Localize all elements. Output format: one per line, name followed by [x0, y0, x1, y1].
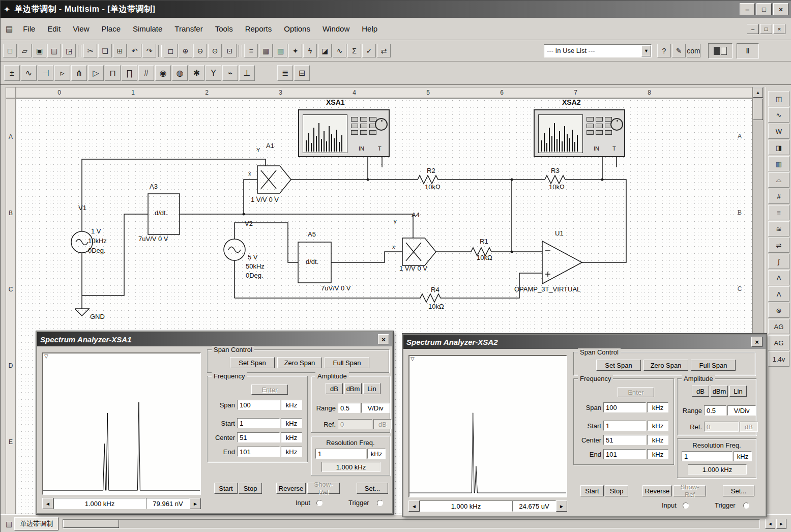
- new-icon[interactable]: □: [3, 44, 17, 57]
- span-input[interactable]: 100: [603, 402, 646, 412]
- analyses-icon[interactable]: ∿: [333, 44, 346, 57]
- lin-button[interactable]: Lin: [729, 386, 747, 397]
- grapher-icon[interactable]: ◪: [318, 44, 332, 57]
- close-button[interactable]: ×: [773, 3, 788, 15]
- frequency-counter-icon[interactable]: #: [768, 189, 789, 204]
- marker-right-button[interactable]: ►: [556, 500, 567, 512]
- component-wizard-icon[interactable]: ✦: [288, 44, 302, 57]
- undo-icon[interactable]: ↶: [128, 44, 141, 57]
- set-button[interactable]: Set...: [723, 485, 754, 496]
- place-misc-digital-icon[interactable]: #: [138, 65, 154, 81]
- full-span-button[interactable]: Full Span: [691, 360, 736, 371]
- menu-item[interactable]: Help: [356, 22, 384, 36]
- distortion-analyzer-icon[interactable]: Δ: [768, 270, 789, 285]
- start-input[interactable]: 1: [603, 421, 646, 431]
- com-icon[interactable]: com: [687, 44, 700, 57]
- end-input[interactable]: 101: [237, 447, 280, 457]
- menu-item[interactable]: Simulate: [127, 22, 168, 36]
- separator[interactable]: [239, 45, 242, 57]
- mdi-restore-button[interactable]: □: [760, 24, 772, 34]
- set-span-button[interactable]: Set Span: [596, 360, 641, 371]
- back-annotate-icon[interactable]: ⇄: [377, 44, 391, 57]
- zoom-out-icon[interactable]: ⊖: [193, 44, 207, 57]
- menu-item[interactable]: Reports: [239, 22, 278, 36]
- zoom-window-icon[interactable]: ◻: [164, 44, 178, 57]
- copy-icon[interactable]: ❏: [98, 44, 112, 57]
- menu-item[interactable]: View: [67, 22, 95, 36]
- ref-input[interactable]: 0: [704, 422, 739, 432]
- input-radio[interactable]: [316, 500, 323, 506]
- set-button[interactable]: Set...: [357, 483, 388, 494]
- oscilloscope-icon[interactable]: ◨: [768, 140, 789, 155]
- reverse-button[interactable]: Reverse: [276, 483, 306, 494]
- resolution-input[interactable]: 1: [682, 451, 733, 461]
- set-span-button[interactable]: Set Span: [230, 357, 275, 368]
- menu-item[interactable]: Window: [316, 22, 356, 36]
- paste-icon[interactable]: ⊞: [113, 44, 127, 57]
- scroll-up-button[interactable]: ▲: [753, 87, 763, 98]
- menu-item[interactable]: File: [17, 22, 41, 36]
- place-signal-source-icon[interactable]: ∿: [21, 65, 37, 81]
- show-ref-button[interactable]: Show-Ref: [673, 485, 706, 496]
- horizontal-scrollbar[interactable]: [63, 519, 760, 528]
- dropdown-arrow-icon[interactable]: ▼: [641, 45, 651, 56]
- db-button[interactable]: dB: [326, 383, 343, 394]
- redo-icon[interactable]: ↷: [142, 44, 156, 57]
- logic-analyzer-icon[interactable]: ≋: [768, 221, 789, 237]
- menu-item[interactable]: Options: [278, 22, 316, 36]
- scroll-left-button[interactable]: ◄: [765, 519, 775, 529]
- separator[interactable]: [158, 45, 162, 57]
- menu-item[interactable]: Place: [95, 22, 127, 36]
- print-icon[interactable]: ▤: [47, 44, 61, 57]
- iv-analyzer-icon[interactable]: ∫: [768, 254, 789, 269]
- menu-item[interactable]: Edit: [41, 22, 67, 36]
- place-misc-icon[interactable]: ✱: [189, 65, 204, 81]
- marker-left-button[interactable]: ◄: [408, 500, 420, 512]
- xsa1-instrument[interactable]: [298, 109, 390, 157]
- reverse-button[interactable]: Reverse: [642, 485, 672, 496]
- place-ttl-icon[interactable]: ⊓: [105, 65, 121, 81]
- ladder-diagram-icon[interactable]: ≣: [277, 65, 293, 81]
- zero-span-button[interactable]: Zero Span: [277, 357, 322, 368]
- zoom-in-icon[interactable]: ⊕: [179, 44, 192, 57]
- function-generator-icon[interactable]: ∿: [768, 107, 789, 123]
- dbm-button[interactable]: dBm: [344, 383, 362, 394]
- span-input[interactable]: 100: [237, 400, 280, 410]
- spreadsheet-icon[interactable]: ▦: [259, 44, 273, 57]
- resolution-input[interactable]: 1: [315, 449, 366, 459]
- minimize-button[interactable]: ‒: [740, 3, 755, 15]
- dialog-close-button[interactable]: ×: [378, 334, 389, 344]
- database-icon[interactable]: ▥: [274, 44, 287, 57]
- word-generator-icon[interactable]: ≡: [768, 205, 789, 220]
- range-input[interactable]: 0.5: [704, 405, 726, 416]
- print-preview-icon[interactable]: ◲: [62, 44, 76, 57]
- place-transistor-icon[interactable]: ⋔: [71, 65, 87, 81]
- place-electromech-icon[interactable]: ⌁: [222, 65, 238, 81]
- hierarchical-block-icon[interactable]: ⊟: [294, 65, 310, 81]
- start-button[interactable]: Start: [580, 485, 604, 496]
- agilent-oscilloscope-icon[interactable]: AG: [768, 335, 789, 350]
- bode-plotter-icon[interactable]: ⌓: [768, 172, 789, 188]
- vertical-scroll-thumb[interactable]: [753, 99, 763, 120]
- zero-span-button[interactable]: Zero Span: [643, 360, 688, 371]
- hierarchy-icon[interactable]: ≡: [244, 44, 258, 57]
- place-basic-icon[interactable]: ⊣: [38, 65, 53, 81]
- center-input[interactable]: 51: [603, 435, 646, 445]
- zoom-full-icon[interactable]: ⊙: [208, 44, 222, 57]
- agilent-function-generator-icon[interactable]: AG: [768, 319, 789, 334]
- enter-button[interactable]: Enter: [618, 387, 654, 397]
- place-indicator-icon[interactable]: ◍: [172, 65, 188, 81]
- mdi-minimize-button[interactable]: ‒: [747, 24, 759, 34]
- end-input[interactable]: 101: [603, 449, 646, 459]
- save-icon[interactable]: ▣: [33, 44, 46, 57]
- measurement-probe-icon[interactable]: 1.4v: [768, 351, 789, 367]
- place-analog-icon[interactable]: ▷: [88, 65, 104, 81]
- restore-button[interactable]: □: [756, 3, 772, 15]
- place-cmos-icon[interactable]: ∏: [122, 65, 137, 81]
- simulate-icon[interactable]: ϟ: [303, 44, 317, 57]
- menu-item[interactable]: Tools: [209, 22, 239, 36]
- center-input[interactable]: 51: [237, 432, 280, 442]
- open-icon[interactable]: ▱: [18, 44, 32, 57]
- network-analyzer-icon[interactable]: ⊗: [768, 303, 789, 318]
- postprocessor-icon[interactable]: Σ: [347, 44, 361, 57]
